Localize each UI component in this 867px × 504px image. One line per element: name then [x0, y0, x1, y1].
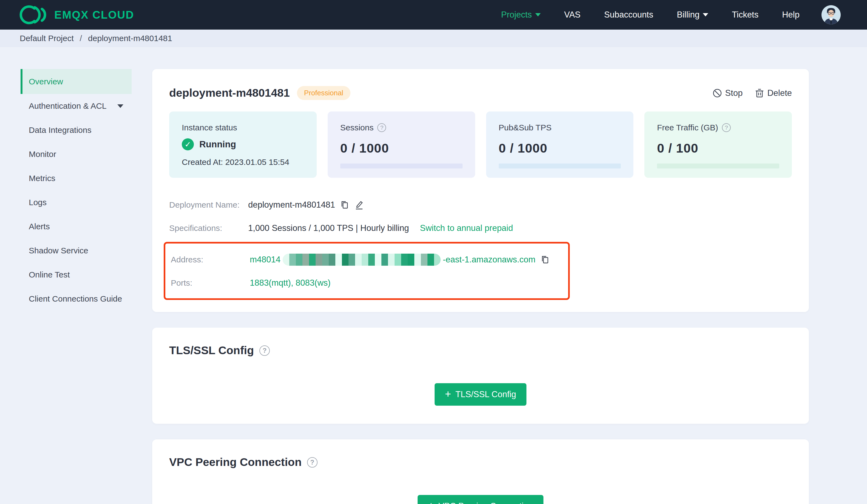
deployment-name-value: deployment-m4801481 [248, 200, 335, 210]
check-circle-icon: ✓ [182, 138, 194, 150]
ports-label: Ports: [171, 278, 250, 288]
deployment-title: deployment-m4801481 [169, 87, 290, 99]
specifications-label: Specifications: [169, 223, 248, 233]
tps-label: Pub&Sub TPS [499, 123, 552, 132]
stop-icon [713, 88, 722, 98]
pubsub-tps-card: Pub&Sub TPS 0 / 1000 [486, 111, 634, 178]
deployment-overview-card: deployment-m4801481 Professional Stop [152, 69, 809, 312]
ports-value: 1883(mqtt), 8083(ws) [250, 278, 331, 288]
sidebar-item-overview[interactable]: Overview [21, 69, 132, 94]
deployment-name-label: Deployment Name: [169, 200, 248, 210]
address-suffix: -east-1.amazonaws.com [443, 255, 535, 265]
address-prefix: m48014 [250, 255, 280, 265]
stop-button[interactable]: Stop [713, 88, 743, 98]
created-at: Created At: 2023.01.05 15:54 [182, 157, 304, 167]
sidebar-item-shadow-service[interactable]: Shadow Service [21, 239, 132, 263]
breadcrumb-separator: / [80, 34, 82, 43]
switch-annual-prepaid-link[interactable]: Switch to annual prepaid [420, 223, 513, 233]
instance-status-label: Instance status [182, 123, 304, 132]
tls-ssl-card: TLS/SSL Config ? + TLS/SSL Config [152, 328, 809, 424]
free-traffic-card: Free Traffic (GB) ? 0 / 100 [644, 111, 792, 178]
copy-icon[interactable] [540, 255, 550, 264]
breadcrumb-project[interactable]: Default Project [20, 34, 74, 43]
sidebar-item-authentication-acl[interactable]: Authentication & ACL [21, 94, 132, 118]
sessions-label: Sessions [340, 123, 374, 132]
chevron-down-icon [535, 13, 541, 17]
nav-item-vas[interactable]: VAS [564, 10, 581, 20]
help-icon[interactable]: ? [377, 123, 386, 132]
emqx-logo-icon [19, 4, 48, 26]
sidebar-item-data-integrations[interactable]: Data Integrations [21, 118, 132, 142]
nav-item-subaccounts[interactable]: Subaccounts [604, 10, 653, 20]
sessions-value: 0 / 1000 [340, 141, 462, 156]
help-icon[interactable]: ? [722, 123, 731, 132]
vpc-peering-card: VPC Peering Connection ? + VPC Peering C… [152, 439, 809, 504]
sessions-progress-bar [340, 164, 462, 168]
help-icon[interactable]: ? [307, 457, 318, 468]
plan-badge: Professional [297, 86, 351, 100]
annotation-highlight-box: Address: m48014 -east-1.amazonaws.com [164, 242, 570, 300]
instance-status-card: Instance status ✓ Running Created At: 20… [169, 111, 317, 178]
breadcrumb: Default Project / deployment-m4801481 [0, 30, 867, 47]
tls-ssl-title: TLS/SSL Config [169, 344, 254, 357]
sidebar-item-metrics[interactable]: Metrics [21, 166, 132, 190]
deployment-info: Deployment Name: deployment-m4801481 [169, 193, 792, 300]
specifications-value: 1,000 Sessions / 1,000 TPS | Hourly bill… [248, 223, 409, 233]
sidebar: Overview Authentication & ACL Data Integ… [0, 47, 132, 311]
copy-icon[interactable] [340, 200, 349, 210]
trash-icon [755, 88, 764, 98]
delete-button[interactable]: Delete [755, 88, 792, 98]
vpc-peering-title: VPC Peering Connection [169, 456, 302, 469]
address-label: Address: [171, 255, 250, 264]
plus-icon: + [445, 389, 451, 399]
status-running: Running [199, 139, 236, 150]
nav-item-billing[interactable]: Billing [677, 10, 708, 20]
tps-progress-bar [499, 164, 621, 168]
nav-item-projects[interactable]: Projects [501, 10, 541, 20]
add-tls-ssl-config-button[interactable]: + TLS/SSL Config [435, 383, 526, 406]
breadcrumb-deployment[interactable]: deployment-m4801481 [88, 34, 172, 43]
sessions-card: Sessions ? 0 / 1000 [328, 111, 475, 178]
chevron-down-icon [117, 105, 124, 108]
edit-icon[interactable] [354, 200, 364, 210]
sidebar-item-monitor[interactable]: Monitor [21, 142, 132, 166]
traffic-progress-bar [657, 164, 779, 168]
traffic-value: 0 / 100 [657, 141, 779, 156]
nav-menu: Projects VAS Subaccounts Billing Tickets… [501, 10, 800, 20]
address-redaction [283, 254, 441, 266]
brand-name: EMQX CLOUD [54, 9, 134, 21]
sidebar-item-client-connections-guide[interactable]: Client Connections Guide [21, 287, 132, 311]
sidebar-item-logs[interactable]: Logs [21, 190, 132, 215]
traffic-label: Free Traffic (GB) [657, 123, 718, 132]
nav-item-help[interactable]: Help [782, 10, 800, 20]
tps-value: 0 / 1000 [499, 141, 621, 156]
nav-item-tickets[interactable]: Tickets [732, 10, 758, 20]
sidebar-item-online-test[interactable]: Online Test [21, 263, 132, 287]
help-icon[interactable]: ? [259, 346, 270, 356]
top-nav: EMQX CLOUD Projects VAS Subaccounts Bill… [0, 0, 867, 30]
plus-icon: + [428, 501, 434, 504]
stats-row: Instance status ✓ Running Created At: 20… [169, 111, 792, 178]
brand-logo[interactable]: EMQX CLOUD [19, 4, 134, 26]
sidebar-item-alerts[interactable]: Alerts [21, 215, 132, 239]
add-vpc-peering-button[interactable]: + VPC Peering Connection [418, 495, 544, 504]
user-avatar[interactable] [822, 5, 841, 24]
chevron-down-icon [703, 13, 708, 17]
